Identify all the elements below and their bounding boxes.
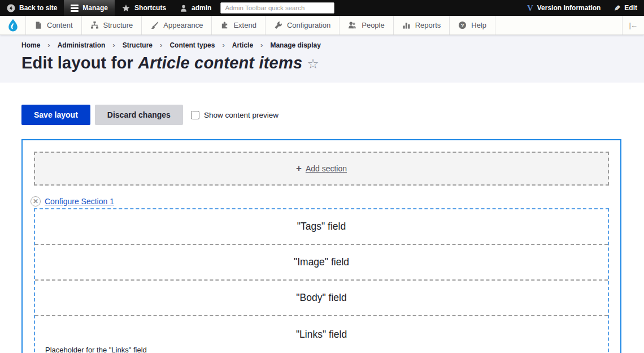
drupal-home-button[interactable] [0, 16, 26, 35]
menu-tab-structure[interactable]: Structure [82, 16, 142, 35]
breadcrumb-home[interactable]: Home [21, 41, 40, 49]
menu-tab-content-label: Content [47, 21, 73, 29]
menu-tab-help[interactable]: ? Help [450, 16, 495, 35]
menu-tab-content[interactable]: Content [26, 16, 82, 35]
menu-bar-spacer [495, 16, 622, 35]
menu-tab-configuration[interactable]: Configuration [266, 16, 340, 35]
menu-tab-configuration-label: Configuration [287, 21, 330, 29]
links-field-placeholder: Placeholder for the "Links" field [45, 346, 608, 353]
section-header-row: ✕ Configure Section 1 [31, 196, 609, 207]
sitemap-icon [90, 21, 99, 29]
document-icon [34, 21, 42, 29]
admin-toolbar: Back to site Manage Shortcuts admin V Ve… [0, 0, 644, 16]
back-arrow-icon [7, 4, 15, 12]
toolbar-orientation-toggle[interactable]: |← [622, 16, 644, 35]
breadcrumb-article[interactable]: Article [232, 41, 253, 49]
breadcrumb-content-types[interactable]: Content types [169, 41, 215, 49]
puzzle-icon [220, 21, 229, 29]
layout-builder-canvas: + Add section ✕ Configure Section 1 "Tag… [21, 139, 621, 353]
drupal-logo-icon [7, 19, 19, 32]
menu-tab-extend-label: Extend [233, 21, 256, 29]
block-label: "Body" field [296, 292, 346, 304]
wrench-icon [274, 21, 282, 29]
question-icon: ? [458, 21, 467, 29]
version-information-label: Version Information [537, 4, 601, 12]
admin-quick-search-input[interactable] [220, 2, 334, 14]
save-layout-button[interactable]: Save layout [21, 105, 90, 125]
user-menu[interactable]: admin [173, 0, 218, 16]
page-title: Edit layout for Article content items☆ [21, 54, 621, 72]
admin-menu-bar: Content Structure Appearance Extend Conf… [0, 16, 644, 35]
menu-tab-appearance[interactable]: Appearance [142, 16, 212, 35]
remove-section-icon[interactable]: ✕ [31, 196, 41, 206]
user-label: admin [192, 4, 211, 12]
hamburger-icon [71, 5, 79, 12]
menu-tab-reports-label: Reports [415, 21, 441, 29]
block-image-field[interactable]: "Image" field [35, 245, 608, 281]
layout-section-1: "Tags" field "Image" field "Body" field … [34, 208, 609, 353]
people-icon [348, 21, 357, 29]
breadcrumb-structure[interactable]: Structure [123, 41, 153, 49]
edit-button[interactable]: ✎ Edit [607, 0, 644, 16]
breadcrumb-separator: › [47, 41, 50, 49]
paintbrush-icon [150, 21, 159, 29]
block-links-field[interactable]: "Links" field Placeholder for the "Links… [35, 316, 608, 353]
menu-tab-reports[interactable]: Reports [394, 16, 450, 35]
add-section-region[interactable]: + Add section [34, 152, 609, 186]
page-header: Home › Administration › Structure › Cont… [0, 35, 644, 83]
toolbar-spacer [334, 0, 520, 16]
breadcrumb-manage-display[interactable]: Manage display [270, 41, 320, 49]
breadcrumb-separator: › [260, 41, 263, 49]
breadcrumb-separator: › [112, 41, 115, 49]
manage-label: Manage [82, 4, 108, 12]
action-row: Save layout Discard changes Show content… [21, 105, 644, 125]
menu-tab-people-label: People [362, 21, 384, 29]
back-to-site-button[interactable]: Back to site [0, 0, 64, 16]
svg-text:?: ? [461, 23, 464, 28]
menu-tab-appearance-label: Appearance [163, 21, 203, 29]
user-icon [180, 4, 188, 12]
version-information-icon: V [527, 3, 533, 13]
star-icon [121, 4, 130, 12]
shortcuts-tab[interactable]: Shortcuts [115, 0, 173, 16]
content-preview-toggle: Show content preview [191, 111, 279, 119]
add-section-link[interactable]: Add section [306, 164, 347, 173]
page-title-prefix: Edit layout for [21, 54, 138, 72]
menu-tab-people[interactable]: People [340, 16, 393, 35]
page-title-emphasis: Article content items [138, 54, 302, 72]
collapse-icon: |← [629, 21, 637, 29]
back-to-site-label: Back to site [19, 4, 57, 12]
block-label: "Image" field [294, 256, 349, 268]
block-label: "Tags" field [297, 221, 346, 233]
menu-tab-structure-label: Structure [103, 21, 133, 29]
plus-icon: + [296, 163, 302, 174]
block-label: "Links" field [35, 329, 608, 341]
menu-tab-extend[interactable]: Extend [212, 16, 265, 35]
manage-tab[interactable]: Manage [64, 0, 115, 16]
block-body-field[interactable]: "Body" field [35, 281, 608, 316]
show-content-preview-checkbox[interactable] [191, 111, 199, 119]
pencil-icon: ✎ [614, 4, 620, 12]
configure-section-link[interactable]: Configure Section 1 [45, 197, 114, 206]
bar-chart-icon [402, 21, 411, 29]
shortcuts-label: Shortcuts [134, 4, 166, 12]
favorite-star-icon[interactable]: ☆ [307, 56, 319, 71]
edit-label: Edit [624, 4, 637, 12]
show-content-preview-label[interactable]: Show content preview [204, 111, 279, 119]
discard-changes-button[interactable]: Discard changes [95, 105, 183, 125]
breadcrumb-administration[interactable]: Administration [58, 41, 106, 49]
breadcrumb-separator: › [160, 41, 162, 49]
block-tags-field[interactable]: "Tags" field [35, 209, 608, 245]
breadcrumb: Home › Administration › Structure › Cont… [21, 41, 621, 49]
breadcrumb-separator: › [222, 41, 224, 49]
version-information-button[interactable]: V Version Information [520, 0, 608, 16]
menu-tab-help-label: Help [471, 21, 486, 29]
